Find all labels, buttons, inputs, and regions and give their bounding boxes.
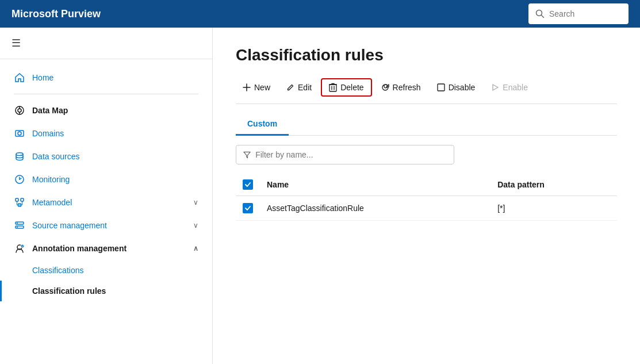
toolbar: New Edit Delete bbox=[236, 78, 617, 104]
row-checkbox-cell[interactable] bbox=[236, 196, 260, 221]
svg-point-3 bbox=[18, 109, 21, 112]
sidebar-item-source-management-label: Source management bbox=[32, 221, 107, 230]
refresh-icon bbox=[381, 83, 389, 91]
table-container: Name Data pattern bbox=[236, 174, 617, 346]
filter-container[interactable] bbox=[236, 145, 454, 164]
source-management-icon bbox=[14, 220, 25, 231]
sidebar-top: ☰ bbox=[0, 28, 212, 59]
divider-1 bbox=[14, 94, 198, 94]
svg-rect-24 bbox=[329, 85, 336, 91]
home-icon bbox=[14, 72, 25, 83]
page-title: Classification rules bbox=[236, 46, 617, 64]
disable-button[interactable]: Disable bbox=[430, 79, 482, 95]
plus-icon bbox=[243, 83, 251, 91]
metamodel-icon bbox=[14, 197, 25, 208]
search-input[interactable] bbox=[549, 9, 622, 18]
app-title: Microsoft Purview bbox=[12, 8, 101, 20]
table-row[interactable]: AssetTagClassificationRule [*] bbox=[236, 196, 617, 221]
svg-point-19 bbox=[17, 227, 18, 228]
sidebar-item-monitoring[interactable]: Monitoring bbox=[0, 168, 212, 191]
sidebar-item-monitoring-label: Monitoring bbox=[32, 175, 70, 184]
sidebar: ☰ Home bbox=[0, 28, 213, 364]
source-management-chevron-icon: ∨ bbox=[193, 221, 198, 229]
sidebar-item-data-map-label: Data Map bbox=[32, 106, 68, 115]
svg-rect-10 bbox=[16, 198, 18, 201]
sidebar-item-domains[interactable]: Domains bbox=[0, 122, 212, 145]
table-header-data-pattern: Data pattern bbox=[490, 174, 617, 196]
delete-button[interactable]: Delete bbox=[321, 78, 371, 97]
rules-table: Name Data pattern bbox=[236, 174, 617, 221]
sidebar-item-classifications-label: Classifications bbox=[32, 266, 83, 275]
main-content: Classification rules New Edit bbox=[213, 28, 640, 364]
sidebar-item-data-map[interactable]: Data Map bbox=[0, 99, 212, 122]
row-data-pattern: [*] bbox=[490, 196, 617, 221]
sidebar-item-domains-label: Domains bbox=[32, 129, 64, 138]
svg-point-18 bbox=[17, 223, 18, 224]
data-map-icon bbox=[14, 105, 25, 116]
svg-rect-11 bbox=[21, 198, 24, 201]
sidebar-item-home[interactable]: Home bbox=[0, 66, 212, 89]
search-icon bbox=[535, 9, 545, 18]
filter-icon bbox=[243, 151, 251, 159]
annotation-management-icon bbox=[14, 243, 25, 254]
refresh-button[interactable]: Refresh bbox=[374, 79, 428, 95]
new-button[interactable]: New bbox=[236, 79, 277, 95]
edit-button[interactable]: Edit bbox=[279, 79, 319, 95]
tabs: Custom bbox=[236, 113, 617, 136]
sidebar-item-data-sources-label: Data sources bbox=[32, 152, 79, 161]
disable-icon bbox=[437, 83, 445, 91]
row-name: AssetTagClassificationRule bbox=[260, 196, 490, 221]
monitoring-icon bbox=[14, 174, 25, 185]
edit-icon bbox=[286, 83, 294, 91]
metamodel-chevron-icon: ∨ bbox=[193, 198, 198, 206]
sidebar-item-metamodel-label: Metamodel bbox=[32, 198, 72, 207]
hamburger-button[interactable]: ☰ bbox=[12, 37, 21, 49]
sidebar-item-classification-rules[interactable]: Classification rules bbox=[0, 281, 212, 301]
svg-line-1 bbox=[542, 16, 544, 18]
sidebar-item-annotation-management[interactable]: Annotation management ∧ bbox=[0, 237, 212, 260]
svg-marker-29 bbox=[493, 85, 498, 90]
header: Microsoft Purview bbox=[0, 0, 640, 28]
table-header-name: Name bbox=[260, 174, 490, 196]
sidebar-item-home-label: Home bbox=[32, 73, 53, 82]
sidebar-nav: Home Data Map bbox=[0, 59, 212, 308]
svg-rect-28 bbox=[438, 84, 444, 91]
filter-row bbox=[236, 145, 617, 164]
sidebar-item-source-management[interactable]: Source management ∨ bbox=[0, 214, 212, 237]
enable-icon bbox=[491, 83, 499, 91]
filter-input[interactable] bbox=[255, 150, 447, 159]
svg-point-8 bbox=[16, 153, 23, 156]
sidebar-item-classification-rules-label: Classification rules bbox=[32, 286, 106, 296]
header-checkbox[interactable] bbox=[243, 179, 253, 190]
sidebar-item-annotation-management-label: Annotation management bbox=[32, 244, 127, 253]
annotation-management-chevron-icon: ∧ bbox=[193, 244, 198, 252]
row-checkmark-icon bbox=[244, 205, 251, 212]
enable-button[interactable]: Enable bbox=[484, 79, 535, 95]
sidebar-item-classifications[interactable]: Classifications bbox=[0, 260, 212, 281]
search-bar[interactable] bbox=[528, 3, 628, 24]
svg-point-7 bbox=[18, 132, 21, 135]
table-header-row: Name Data pattern bbox=[236, 174, 617, 196]
data-sources-icon bbox=[14, 151, 25, 162]
domains-icon bbox=[14, 128, 25, 139]
checkmark-icon bbox=[244, 181, 251, 188]
table-header-checkbox[interactable] bbox=[236, 174, 260, 196]
sidebar-item-metamodel[interactable]: Metamodel ∨ bbox=[0, 191, 212, 214]
row-checkbox[interactable] bbox=[243, 203, 253, 213]
delete-icon bbox=[329, 83, 337, 92]
tab-custom[interactable]: Custom bbox=[236, 113, 289, 136]
body: ☰ Home bbox=[0, 28, 640, 364]
sidebar-item-data-sources[interactable]: Data sources bbox=[0, 145, 212, 168]
